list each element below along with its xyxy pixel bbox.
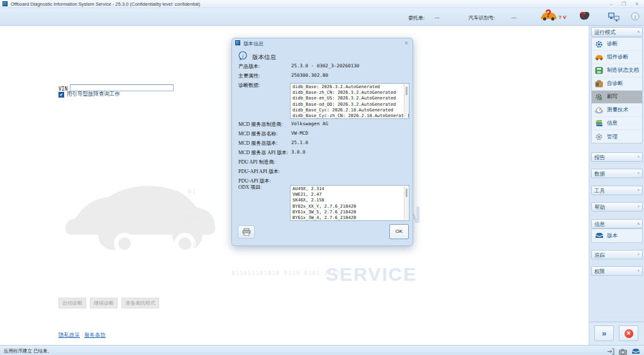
product-version-value: 25.3.0 - 0302_3-20260130 [291,63,359,69]
pdu-api-api-version-label: PDU-API API 版本: [238,168,280,175]
odx-projects-label: ODX 项目: [238,184,262,191]
mcd-server-version-label: MCD 服务器版本: [238,140,277,147]
guided-fault-checkbox[interactable]: ✔ [58,92,64,98]
main-attribute-value: 250300.302.80 [291,72,328,78]
ok-button[interactable]: OK [389,224,409,239]
sidebar-bottom-bar: » ✕ [589,322,644,345]
minimize-button[interactable]: – [610,1,613,8]
odis-application-window: Offboard Diagnostic Information System S… [0,0,644,355]
section-info[interactable]: 信息x [591,219,643,228]
mode-item-self-diagnosis[interactable]: 自诊断 [592,77,642,91]
chevron-down-icon: » [636,253,641,256]
status-text: 应用程序建立 已结束。 [4,348,52,354]
info-icon[interactable]: i [631,12,640,23]
collapse-sidebar-button[interactable]: » [594,325,614,341]
printer-icon [242,228,251,236]
list-item: SK46X, 2.158 [292,198,402,203]
svg-text:i: i [242,53,244,59]
self-diagnosis-icon [594,80,604,88]
mode-item-admin[interactable]: 管理 [592,130,642,144]
exit-application-button[interactable]: ✕ [619,325,638,341]
mcd-api-version-label: MCD 服务器 API 版本: [238,149,288,156]
mcd-server-name-value: VW-MCD [291,130,308,136]
mode-item-information[interactable]: 信息 [592,117,642,130]
dialog-titlebar[interactable]: 版本信息 × [232,38,413,48]
chevron-down-icon: » [636,155,641,158]
chevron-down-icon: » [636,189,641,191]
list-item: AU49X, 2.314 [292,186,402,192]
watermark-binary: 011011101010 0110 0101 1101 [231,270,340,276]
disk-document-icon [594,67,604,75]
info-balloon-icon: i [238,51,248,64]
list-item: didb_Base-zh_CN: 2026.3.2.AutoGenerated [292,90,402,96]
scrollbar[interactable] [404,186,408,220]
chevron-down-icon: » [636,269,641,272]
section-trace[interactable]: 追踪» [591,250,643,259]
mcd-api-version-value: 3.0.0 [291,149,306,155]
prepare-offline-mode-button[interactable]: 准备离线模式 [121,298,159,308]
mode-item-production-status-docs[interactable]: 制造状态文档 [592,64,642,77]
continue-diagnosis-button[interactable]: 继续诊断 [90,298,118,308]
scrollbar[interactable] [404,84,408,118]
list-item: didb_Base: 2026.3.2.AutoGenerated [292,84,402,90]
odx-projects-listbox[interactable]: AU49X, 2.314 VWE21, 2.47 SK46X, 2.158 BY… [290,185,409,221]
car-icon [594,54,604,62]
mcd-server-name-label: MCD 服务器名称: [238,130,277,137]
question-v-text: ? V [558,14,566,20]
camera-icon[interactable] [619,346,627,355]
dialog-title: 版本信息 [243,40,264,47]
privacy-policy-link[interactable]: 隐私政策 [58,332,80,339]
section-reports[interactable]: 报告» [591,152,643,162]
dialog-close-icon[interactable]: × [404,40,408,47]
list-item: BY61x_3W_5, 2.7.6_210420 [292,210,402,215]
mode-item-component-diagnosis[interactable]: 组件诊断 [592,51,642,64]
pdu-api-manufacturer-label: PDU API 制造商: [238,159,275,166]
vehicle-unknown-icon[interactable]: ? [540,10,557,24]
section-help[interactable]: 帮助» [591,202,643,211]
section-permissions[interactable]: 权限» [591,266,643,276]
sidebar-item-version[interactable]: 版本 [591,228,643,243]
version-info-dialog: 版本信息 × i 版本信息 产品版本:25.3.0 - 0302_3-20260… [231,38,413,246]
close-button[interactable]: ✕ [635,1,639,8]
section-tools[interactable]: 工具» [591,186,643,195]
mode-item-measurement[interactable]: 测量技术 [592,104,642,117]
diagnostic-data-listbox[interactable]: didb_Base: 2026.3.2.AutoGenerated didb_B… [290,83,409,119]
section-data[interactable]: 数据» [591,169,643,178]
flash-icon [594,93,604,101]
mode-item-flash[interactable]: 刷写 [592,91,642,104]
vin-header-value: --- [511,14,516,20]
vin-header-label: 汽车识别号: [469,14,495,21]
books-icon [594,120,604,128]
mcd-manufacturer-value: Volkswagen AG [291,121,328,127]
tester-unknown-icon[interactable]: ? [577,10,591,24]
list-item: didb_Base_Cyc: 2026.2.18.AutoGenerated [292,108,402,113]
version-box-icon [595,230,604,242]
right-sidebar: 运行模式 x 诊断 组件诊断 制造状态文档 自诊断 刷写 [589,26,644,345]
status-bar: 应用程序建立 已结束。 [0,345,644,355]
exit-arrow-icon[interactable] [607,346,614,355]
trace-box-icon[interactable] [631,346,640,355]
pin-icon: x [638,221,640,226]
pin-icon[interactable]: x [638,29,640,34]
list-item: VWE21, 2.47 [292,192,402,198]
order-value: --- [435,14,440,20]
operating-mode-header[interactable]: 运行模式 x [591,27,643,37]
list-item: didb_Base_Cyc-zh_CN: 2026.2.18.AutoGener… [292,113,402,119]
main-attribute-label: 主要属性: [238,72,260,79]
product-version-label: 产品版本: [238,63,260,70]
gauge-icon [594,106,604,115]
mcd-server-version-value: 25.1.0 [291,140,308,145]
window-titlebar: Offboard Diagnostic Information System S… [0,0,644,8]
mcd-manufacturer-label: MCD 服务器制造商: [238,121,282,128]
print-button[interactable] [238,225,255,239]
network-connections-icon[interactable] [608,11,621,25]
chevron-down-icon: » [636,205,641,208]
watermark-binary: 01 [188,188,196,194]
list-item: didb_Base-en_US: 2026.3.2.AutoGenerated [292,96,402,101]
terms-of-service-link[interactable]: 服务条款 [84,332,106,339]
chevron-down-icon: » [636,172,641,174]
start-diagnosis-button[interactable]: 启动诊断 [58,298,86,308]
maximize-button[interactable]: ❐ [621,1,626,8]
dialog-icon [235,40,240,45]
mode-item-diagnosis[interactable]: 诊断 [592,38,642,51]
